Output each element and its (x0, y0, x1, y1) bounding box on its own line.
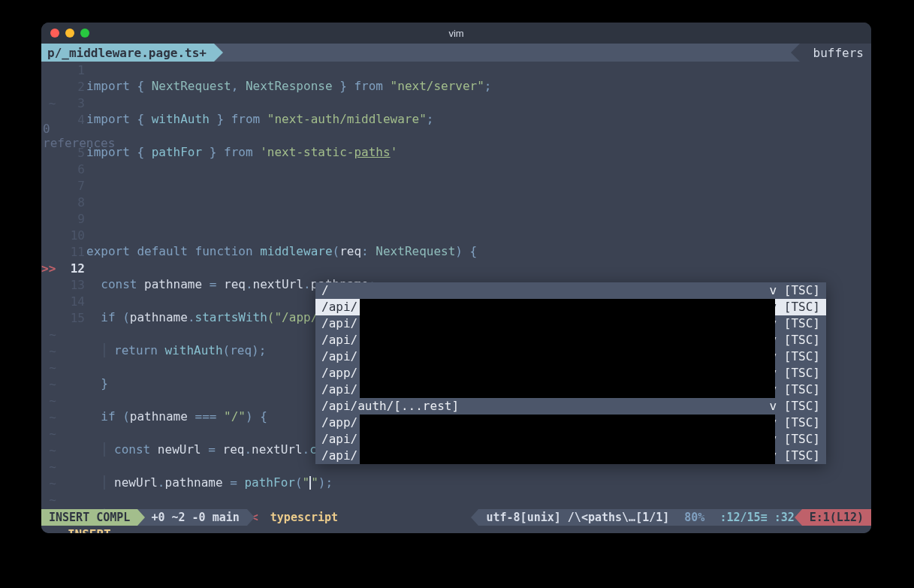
completion-item-label: /api/auth/[...rest] (315, 398, 459, 415)
statusline: INSERT COMPL +0 ~2 -0 main < typescript … (41, 509, 871, 526)
endbuffer-tilde: ~ (41, 460, 56, 474)
line-number: 5 (56, 146, 85, 160)
completion-item[interactable]: /app/v [TSC] (315, 415, 826, 431)
titlebar: vim (41, 23, 871, 44)
completion-item-label: / (315, 282, 329, 299)
completion-item[interactable]: /api/v [TSC] (315, 448, 826, 464)
cmdline: -- INSERT -- (41, 526, 871, 533)
endbuffer-tilde: ~ (41, 427, 56, 441)
line-number-current: 12 (56, 261, 85, 276)
completion-item-kind: v [TSC] (770, 415, 826, 431)
completion-item[interactable]: /api/auth/[...rest]v [TSC] (315, 398, 826, 415)
line-number: 2 (56, 80, 85, 94)
completion-item-label: /app/ (315, 415, 357, 431)
sign-col: ~ (41, 96, 56, 110)
completion-item-kind: v [TSC] (770, 381, 826, 398)
completion-item-kind: v [TSC] (770, 348, 826, 365)
redacted-region (360, 448, 775, 464)
completion-item[interactable]: /api/v [TSC] (315, 332, 826, 348)
completion-item-label: /api/ (315, 448, 357, 464)
line-number: 15 (56, 311, 85, 325)
code-line: import { withAuth } from "next-auth/midd… (86, 111, 871, 128)
completion-item-label: /api/ (315, 431, 357, 448)
tab-label: p/_middleware.page.ts+ (47, 46, 207, 60)
line-number: 9 (56, 212, 85, 226)
redacted-region (360, 431, 775, 448)
cursor-position: :12/15≡ :32 (712, 509, 801, 526)
line-number: 13 (56, 278, 85, 292)
git-status: +0 ~2 -0 main (137, 509, 246, 526)
buffers-label: buffers (813, 46, 864, 60)
completion-item-label: /api/ (315, 332, 357, 348)
completion-item[interactable]: /api/v [TSC] (315, 381, 826, 398)
terminal-window: vim p/_middleware.page.ts+ buffers 1 2 ~… (41, 23, 871, 533)
tab-current-file[interactable]: p/_middleware.page.ts+ (41, 44, 214, 62)
line-number: 3 (56, 96, 85, 110)
completion-item-label: /api/ (315, 381, 357, 398)
code-line: import { NextRequest, NextResponse } fro… (86, 78, 871, 95)
completion-item[interactable]: /v [TSC] (315, 282, 826, 299)
tabline: p/_middleware.page.ts+ buffers (41, 44, 871, 62)
line-number: 1 (56, 63, 85, 77)
code-line (86, 177, 871, 194)
line-number: 7 (56, 179, 85, 193)
completion-item-kind: v [TSC] (770, 299, 826, 315)
redacted-region (360, 332, 775, 348)
line-number: 8 (56, 195, 85, 210)
line-number: 6 (56, 162, 85, 176)
redacted-region (360, 415, 775, 431)
encoding-search: utf-8[unix] /\<paths\…[1/1] (478, 509, 677, 526)
codelens-line (86, 210, 871, 227)
redacted-region (360, 348, 775, 365)
editor[interactable]: 1 2 ~3 4 0 references 5 6 7 8 9 10 11 >>… (41, 62, 871, 509)
error-count: E:1(L12) (802, 509, 871, 526)
endbuffer-tilde: ~ (41, 476, 56, 490)
completion-item[interactable]: /api/v [TSC] (315, 315, 826, 332)
completion-item-kind: v [TSC] (770, 315, 826, 332)
redacted-region (360, 381, 775, 398)
completion-item-kind: v [TSC] (770, 448, 826, 464)
completion-item-label: /api/ (315, 315, 357, 332)
code-line-current: │ newUrl.pathname = pathFor(""); (86, 475, 871, 491)
scroll-percent: 80% (677, 509, 712, 526)
completion-item-kind: v [TSC] (770, 398, 826, 415)
endbuffer-tilde: ~ (41, 360, 56, 375)
buffers-indicator[interactable]: buffers (800, 44, 871, 62)
endbuffer-tilde: ~ (41, 394, 56, 408)
filetype: typescript (263, 509, 345, 526)
mode-indicator: INSERT COMPL (41, 509, 137, 526)
completion-item-label: /api/ (315, 299, 357, 315)
endbuffer-tilde: ~ (41, 377, 56, 391)
completion-popup[interactable]: /v [TSC]/api/v [TSC]/api/v [TSC]/api/v [… (315, 282, 826, 464)
line-number: 14 (56, 294, 85, 309)
endbuffer-tilde: ~ (41, 443, 56, 457)
completion-item[interactable]: /api/v [TSC] (315, 299, 826, 315)
redacted-region (360, 365, 775, 381)
redacted-region (360, 299, 775, 315)
endbuffer-tilde: ~ (41, 410, 56, 424)
completion-item-kind: v [TSC] (770, 431, 826, 448)
completion-item-label: /api/ (315, 348, 357, 365)
line-number: 11 (56, 245, 85, 259)
code-line: import { pathFor } from 'next-static-pat… (86, 144, 871, 161)
completion-item-kind: v [TSC] (770, 282, 826, 299)
code-line: export default function middleware(req: … (86, 243, 871, 260)
endbuffer-tilde: ~ (41, 344, 56, 358)
endbuffer-tilde: ~ (41, 327, 56, 342)
completion-item-kind: v [TSC] (770, 332, 826, 348)
window-title: vim (41, 28, 871, 39)
line-number: 10 (56, 228, 85, 243)
redacted-region (360, 315, 775, 332)
completion-item[interactable]: /api/v [TSC] (315, 348, 826, 365)
completion-item[interactable]: /api/v [TSC] (315, 431, 826, 448)
endbuffer-tilde: ~ (41, 493, 56, 507)
error-sign-icon: >> (41, 261, 56, 276)
completion-item-label: /app/ (315, 365, 357, 381)
completion-item-kind: v [TSC] (770, 365, 826, 381)
completion-item[interactable]: /app/v [TSC] (315, 365, 826, 381)
